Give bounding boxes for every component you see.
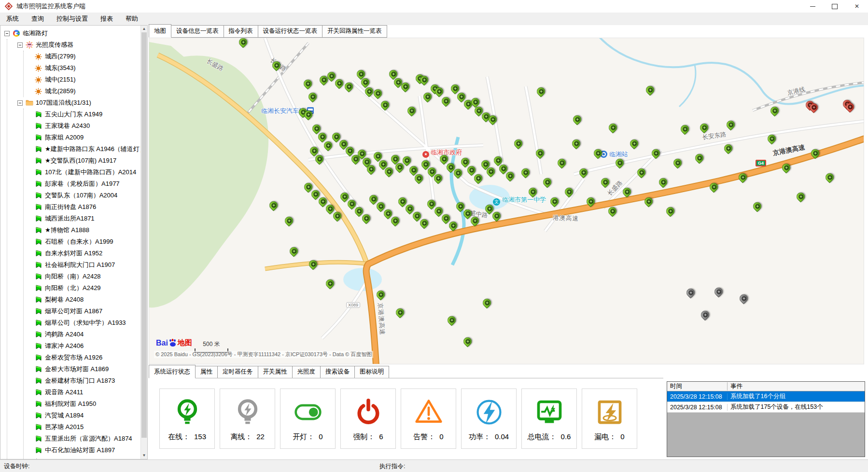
pin-plus-icon: +: [360, 152, 364, 156]
bottom-tab-6[interactable]: 图标说明: [355, 366, 389, 378]
minimize-button[interactable]: [801, 0, 824, 13]
tree-expander-icon[interactable]: [17, 42, 23, 48]
tree-item[interactable]: 陈家组 A2009: [24, 132, 141, 143]
menu-item-0[interactable]: 系统: [0, 13, 25, 25]
tree-item[interactable]: 观音路 A2411: [24, 387, 141, 398]
tree-item[interactable]: 芭茅塘 A2015: [24, 421, 141, 433]
tree-item[interactable]: [24, 456, 141, 459]
maximize-button[interactable]: [824, 0, 846, 13]
tree-item[interactable]: 烟草公司对面 A1867: [24, 305, 141, 317]
pin-plus-icon: +: [726, 146, 731, 151]
tree-item[interactable]: 中石化加油站对面 A1897: [24, 444, 141, 456]
tree-item[interactable]: 自来水斜对面 A1952: [24, 248, 141, 259]
sun-icon: [34, 87, 42, 96]
tree-item[interactable]: 107国道沿线(31/31): [7, 97, 141, 109]
close-button[interactable]: ✕: [846, 0, 868, 13]
pin-plus-icon: +: [538, 151, 543, 156]
tree-item[interactable]: 107北（建新中路路口西）A2014: [24, 167, 141, 178]
pin-plus-icon: +: [574, 141, 579, 146]
tree-item-label: 金桥建材市场门口 A1873: [45, 376, 115, 385]
pin-plus-icon: +: [322, 78, 326, 83]
bottom-tab-2[interactable]: 定时器任务: [218, 366, 258, 378]
tree-item[interactable]: 汽贸城 A1894: [24, 410, 141, 421]
pin-plus-icon: +: [485, 301, 490, 305]
map-tab-3[interactable]: 设备运行状态一览表: [258, 25, 323, 38]
tree-expander-icon[interactable]: [17, 100, 23, 106]
tree-scrollbar[interactable]: ▲ ▼: [140, 26, 147, 459]
card-label: 强制：: [353, 432, 375, 442]
tree-item[interactable]: 彭家巷（党校后面）A1977: [24, 178, 141, 190]
tree-item[interactable]: 向阳桥（南）A2428: [24, 271, 141, 282]
card-value: 22: [256, 432, 265, 441]
tree-item[interactable]: 城东(3543): [24, 62, 141, 74]
pin-plus-icon: +: [430, 169, 434, 174]
bolt-blue-icon: [475, 392, 504, 432]
menu-item-3[interactable]: 报表: [94, 13, 119, 25]
pin-plus-icon: +: [458, 204, 463, 209]
map-canvas[interactable]: 长白路长盛路京港线长安东路临湘长安汽车站★临湘市政府临湘站文临湘市第一中学长盛中…: [149, 38, 864, 364]
bottom-tab-3[interactable]: 开关属性: [258, 366, 293, 378]
tree-item[interactable]: 光照度传感器: [7, 39, 141, 51]
bottom-tab-0[interactable]: 系统运行状态: [149, 365, 196, 378]
tree-item[interactable]: 金桥建材市场门口 A1873: [24, 375, 141, 387]
event-log-row[interactable]: 2025/3/28 12:15:08系统加载了175个设备，在线153个: [667, 402, 865, 413]
tree-item[interactable]: 烟草公司（求知中学）A1933: [24, 317, 141, 329]
pin-plus-icon: +: [465, 211, 470, 216]
bottom-tab-4[interactable]: 光照度: [293, 366, 321, 378]
tree-item[interactable]: 城中(2151): [24, 74, 141, 85]
map-tab-4[interactable]: 开关回路属性一览表: [322, 25, 387, 38]
tree-item[interactable]: 金桥农贸市场 A1926: [24, 352, 141, 363]
menu-item-2[interactable]: 控制与设置: [50, 13, 94, 25]
tree-item[interactable]: 金桥大市场对面 A1869: [24, 363, 141, 375]
tree-item[interactable]: 城西派出所A1871: [24, 213, 141, 224]
tree-item[interactable]: 梨树巷 A2408: [24, 294, 141, 305]
pin-plus-icon: +: [376, 154, 380, 159]
scroll-up-icon[interactable]: ▲: [141, 26, 147, 32]
tree-item-label: 光照度传感器: [36, 41, 73, 49]
menu-item-1[interactable]: 查询: [25, 13, 50, 25]
menu-item-4[interactable]: 帮助: [119, 13, 144, 25]
tree-item[interactable]: ★博物馆 A1888: [24, 224, 141, 236]
tree-item-label: 107北（建新中路路口西）A2014: [45, 168, 136, 177]
pin-plus-icon: +: [341, 142, 346, 147]
tree-expander-icon[interactable]: [4, 31, 10, 36]
tree-item[interactable]: 城北(2859): [24, 85, 141, 97]
tree-item[interactable]: 城西(2799): [24, 51, 141, 62]
tree-item-label: 谭家冲 A2406: [45, 342, 84, 350]
map-tab-0[interactable]: 地图: [149, 24, 171, 38]
tree-item[interactable]: 向阳桥（北）A2429: [24, 282, 141, 294]
tree-item[interactable]: 临湘路灯: [0, 28, 141, 39]
tree-item[interactable]: 社会福利院大门口 A1907: [24, 259, 141, 271]
tree-item[interactable]: 石咀桥（自来水）A1999: [24, 236, 141, 248]
bottom-tab-1[interactable]: 属性: [196, 366, 218, 378]
window-title: 城市照明监控系统客户端: [16, 2, 85, 11]
pin-plus-icon: +: [436, 176, 441, 181]
tree-item[interactable]: 五尖山大门东 A1949: [24, 109, 141, 120]
tree-item[interactable]: 交警队东（107南）A2004: [24, 190, 141, 201]
tree-item[interactable]: 南正街转盘 A1876: [24, 201, 141, 213]
pin-plus-icon: +: [347, 84, 351, 89]
map-tab-1[interactable]: 设备信息一览表: [171, 25, 224, 38]
tree-item[interactable]: 五里派出所（富源汽配）A1874: [24, 433, 141, 444]
scroll-down-icon[interactable]: ▼: [141, 452, 147, 459]
tree-item[interactable]: 谭家冲 A2406: [24, 340, 141, 352]
map-tab-2[interactable]: 指令列表: [224, 25, 258, 38]
pin-plus-icon: +: [581, 170, 586, 175]
tree-item[interactable]: ★建新中路路口东 A1946（辅道灯）: [24, 143, 141, 155]
event-log-row[interactable]: 2025/3/28 12:15:08系统加载了16个分组: [667, 391, 865, 402]
bottom-tab-5[interactable]: 搜索设备: [321, 366, 355, 378]
tree-item[interactable]: 鸿鹤路 A2404: [24, 329, 141, 340]
pin-plus-icon: +: [742, 296, 746, 301]
folder-icon: [25, 99, 33, 107]
pin-plus-icon: +: [539, 89, 544, 94]
pin-plus-icon: +: [378, 204, 383, 209]
tree-item[interactable]: 福利院对面 A1950: [24, 398, 141, 410]
pin-plus-icon: +: [423, 162, 428, 167]
status-card-3: 强制：6: [340, 389, 396, 449]
pin-plus-icon: +: [473, 219, 477, 223]
event-col-event: 事件: [728, 382, 745, 390]
tree-item[interactable]: 王家珑巷 A2430: [24, 120, 141, 132]
tree-item[interactable]: ★交警队西(107南) A1917: [24, 155, 141, 167]
scrollbar-thumb[interactable]: [141, 32, 147, 438]
bulb-gray-icon: [233, 392, 262, 432]
